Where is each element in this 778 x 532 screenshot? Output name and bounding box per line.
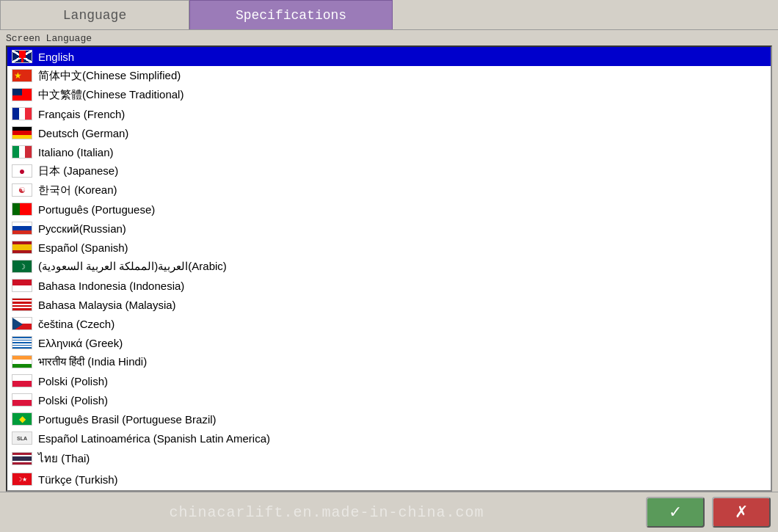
language-name: 한국어 (Korean) (38, 183, 117, 197)
language-name: (المملكة العربية السعودية)العربية(Arabic… (38, 260, 227, 273)
language-name: भारतीय हिंदी (India Hindi) (38, 355, 147, 368)
flag-icon (12, 126, 32, 139)
list-item[interactable]: भारतीय हिंदी (India Hindi) (7, 352, 771, 371)
language-name: 日本 (Japanese) (38, 164, 118, 178)
cancel-icon: ✗ (735, 503, 748, 522)
flag-icon (12, 107, 32, 120)
list-item[interactable]: čeština (Czech) (7, 314, 771, 333)
button-group: ✓ ✗ (646, 497, 771, 528)
flag-icon (12, 279, 32, 292)
language-list[interactable]: English简体中文(Chinese Simplified)中文繁體(Chin… (7, 47, 771, 490)
list-item[interactable]: (المملكة العربية السعودية)العربية(Arabic… (7, 257, 771, 276)
language-name: Français (French) (38, 108, 125, 120)
list-item[interactable]: Ελληνικά (Greek) (7, 333, 771, 352)
ok-icon: ✓ (669, 503, 682, 522)
list-item[interactable]: Українська (Ukrainian) (7, 489, 771, 490)
flag-icon (12, 88, 32, 101)
flag-icon (12, 452, 32, 465)
flag-icon (12, 241, 32, 254)
language-name: Bahasa Indonesia (Indonesia) (38, 280, 184, 292)
language-name: English (38, 51, 74, 63)
list-item[interactable]: Bahasa Indonesia (Indonesia) (7, 276, 771, 295)
screen-language-label: Screen Language (0, 30, 778, 45)
language-name: Bahasa Malaysia (Malaysia) (38, 299, 176, 311)
list-item[interactable]: 简体中文(Chinese Simplified) (7, 66, 771, 85)
flag-icon (12, 222, 32, 235)
list-item[interactable]: Français (French) (7, 104, 771, 123)
language-name: čeština (Czech) (38, 318, 114, 330)
list-item[interactable]: English (7, 47, 771, 66)
language-name: Türkçe (Turkish) (38, 473, 118, 486)
list-item[interactable]: Polski (Polish) (7, 371, 771, 390)
ok-button[interactable]: ✓ (646, 497, 705, 528)
list-item[interactable]: 日本 (Japanese) (7, 161, 771, 181)
flag-icon (12, 164, 32, 178)
flag-icon: SLA (12, 431, 32, 445)
flag-icon (12, 355, 32, 368)
language-name: Ελληνικά (Greek) (38, 337, 123, 349)
tab-specifications[interactable]: Specifications (189, 0, 393, 29)
language-name: Português Brasil (Portuguese Brazil) (38, 413, 217, 426)
language-name: Polski (Polish) (38, 375, 108, 387)
list-item[interactable]: Español (Spanish) (7, 238, 771, 257)
language-name: Español Latinoamérica (Spanish Latin Ame… (38, 432, 270, 445)
list-item[interactable]: SLAEspañol Latinoamérica (Spanish Latin … (7, 429, 771, 448)
flag-icon (12, 473, 32, 486)
tab-bar: Language Specifications (0, 0, 778, 30)
flag-icon (12, 374, 32, 387)
list-item[interactable]: ไทย (Thai) (7, 448, 771, 470)
flag-icon (12, 412, 32, 426)
bottom-bar: chinacarlift.en.made-in-china.com ✓ ✗ (0, 492, 778, 532)
list-item[interactable]: Türkçe (Turkish) (7, 470, 771, 489)
language-name: Português (Portuguese) (38, 203, 155, 216)
flag-icon (12, 336, 32, 349)
cancel-button[interactable]: ✗ (712, 497, 771, 528)
list-item[interactable]: Português (Portuguese) (7, 200, 771, 219)
language-name: Español (Spanish) (38, 241, 128, 254)
flag-icon (12, 69, 32, 82)
flag-icon (12, 183, 32, 197)
list-item[interactable]: Deutsch (German) (7, 123, 771, 142)
language-name: 简体中文(Chinese Simplified) (38, 69, 181, 83)
list-item[interactable]: Português Brasil (Portuguese Brazil) (7, 409, 771, 429)
flag-icon (12, 50, 32, 63)
language-name: Русский(Russian) (38, 222, 126, 235)
language-name: Polski (Polish) (38, 394, 108, 407)
tab-specifications-label: Specifications (236, 8, 346, 23)
language-name: Deutsch (German) (38, 127, 128, 139)
list-item[interactable]: Bahasa Malaysia (Malaysia) (7, 295, 771, 314)
language-name: Italiano (Italian) (38, 146, 114, 158)
language-list-container: English简体中文(Chinese Simplified)中文繁體(Chin… (6, 45, 772, 492)
watermark: chinacarlift.en.made-in-china.com (7, 504, 646, 521)
flag-icon (12, 145, 32, 158)
main-container: Language Specifications Screen Language … (0, 0, 778, 532)
list-item[interactable]: 中文繁體(Chinese Traditional) (7, 85, 771, 104)
list-item[interactable]: Русский(Russian) (7, 219, 771, 238)
list-item[interactable]: Italiano (Italian) (7, 142, 771, 161)
flag-icon (12, 317, 32, 330)
language-name: ไทย (Thai) (38, 450, 90, 467)
tab-language[interactable]: Language (0, 0, 189, 29)
flag-icon (12, 298, 32, 311)
list-item[interactable]: Polski (Polish) (7, 390, 771, 409)
flag-icon (12, 260, 32, 273)
flag-icon (12, 203, 32, 216)
list-item[interactable]: 한국어 (Korean) (7, 181, 771, 200)
flag-icon (12, 393, 32, 407)
language-name: 中文繁體(Chinese Traditional) (38, 88, 183, 102)
tab-language-label: Language (63, 8, 126, 23)
